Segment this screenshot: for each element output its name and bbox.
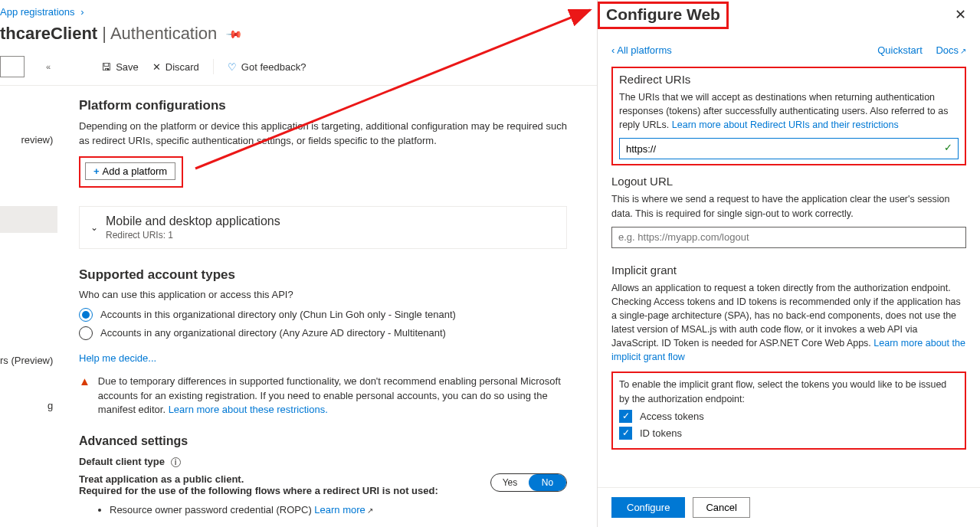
pin-icon[interactable]: 📌 <box>225 25 243 42</box>
required-note: Required for the use of the following fl… <box>79 485 438 496</box>
docs-link[interactable]: Docs↗ <box>936 44 966 56</box>
implicit-enable-note: To enable the implicit grant flow, selec… <box>619 378 959 405</box>
configure-web-panel: Configure Web ✕ ‹ All platforms Quicksta… <box>597 0 980 527</box>
advanced-settings-heading: Advanced settings <box>79 434 567 448</box>
search-input[interactable] <box>0 56 25 77</box>
implicit-tokens-highlight: To enable the implicit grant flow, selec… <box>611 372 966 449</box>
add-platform-button[interactable]: + Add a platform <box>85 162 175 180</box>
access-tokens-checkbox[interactable]: ✓ Access tokens <box>619 410 959 423</box>
info-icon[interactable]: i <box>171 457 181 467</box>
ropc-learn-more-link[interactable]: Learn more <box>314 504 365 516</box>
redirect-uris-help: The URIs that we will accept as destinat… <box>619 90 959 132</box>
id-tokens-checkbox[interactable]: ✓ ID tokens <box>619 427 959 440</box>
warning-messagebar: ▲ Due to temporary differences in suppor… <box>79 372 567 421</box>
platform-collapse-mobile-desktop[interactable]: ⌄ Mobile and desktop applications Redire… <box>79 206 567 249</box>
chevron-right-icon: › <box>80 6 84 18</box>
account-types-question: Who can use this application or access t… <box>79 289 567 300</box>
logout-url-input[interactable] <box>611 227 966 248</box>
save-button[interactable]: 🖫 Save <box>101 61 139 73</box>
toggle-yes: Yes <box>491 474 529 491</box>
implicit-help: Allows an application to request a token… <box>611 281 966 365</box>
plus-icon: + <box>93 165 100 177</box>
collapse-title: Mobile and desktop applications <box>106 214 280 228</box>
discard-icon: ✕ <box>152 61 161 73</box>
close-button[interactable]: ✕ <box>952 3 969 26</box>
redirect-uri-input[interactable] <box>619 138 959 159</box>
nav-item-authentication[interactable] <box>0 206 57 233</box>
external-link-icon: ↗ <box>367 506 373 515</box>
page-title: thcareClient | Authentication <box>0 24 217 44</box>
collapse-toggle-icon[interactable]: « <box>46 62 51 71</box>
add-platform-highlight: + Add a platform <box>79 156 183 188</box>
redirect-uris-highlight: Redirect URIs The URIs that we will acce… <box>611 67 966 165</box>
quickstart-link[interactable]: Quickstart <box>877 44 923 56</box>
breadcrumb-parent[interactable]: App registrations <box>0 6 75 18</box>
left-nav: review) rs (Preview) g <box>0 106 57 417</box>
platform-description: Depending on the platform or device this… <box>79 119 567 149</box>
nav-item-preview2[interactable]: rs (Preview) <box>0 349 57 372</box>
nav-item-g[interactable]: g <box>0 394 57 417</box>
radio-icon <box>79 308 93 322</box>
discard-button[interactable]: ✕ Discard <box>152 61 199 73</box>
heart-icon: ♡ <box>228 61 237 73</box>
radio-multi-tenant[interactable]: Accounts in any organizational directory… <box>79 326 567 340</box>
nav-item-preview[interactable]: review) <box>0 129 57 151</box>
radio-single-tenant[interactable]: Accounts in this organizational director… <box>79 308 567 322</box>
restrictions-link[interactable]: Learn more about these restrictions. <box>169 404 328 415</box>
toolbar-separator <box>213 59 214 74</box>
public-client-label: Treat application as a public client. <box>79 473 438 485</box>
warning-text: Due to temporary differences in supporte… <box>98 375 567 418</box>
warning-icon: ▲ <box>79 375 90 418</box>
feedback-button[interactable]: ♡ Got feedback? <box>228 61 306 73</box>
toggle-no: No <box>529 474 566 491</box>
redirect-learn-more-link[interactable]: Learn more about Redirect URIs and their… <box>672 119 899 130</box>
checkbox-checked-icon: ✓ <box>619 410 632 423</box>
radio-icon <box>79 326 93 340</box>
flow-ropc: Resource owner password credential (ROPC… <box>110 504 567 516</box>
app-name: thcareClient <box>0 24 97 43</box>
logout-url-label: Logout URL <box>611 175 966 188</box>
implicit-grant-label: Implicit grant <box>611 264 966 277</box>
panel-title-highlight: Configure Web <box>598 2 729 29</box>
logout-help: This is where we send a request to have … <box>611 192 966 220</box>
help-me-decide-link[interactable]: Help me decide... <box>79 352 156 364</box>
checkbox-checked-icon: ✓ <box>619 427 632 440</box>
default-client-type-label: Default client type i <box>79 456 567 467</box>
collapse-subtitle: Redirect URIs: 1 <box>106 230 280 241</box>
section-name: Authentication <box>110 24 217 43</box>
account-types-heading: Supported account types <box>79 267 567 283</box>
save-icon: 🖫 <box>101 61 111 73</box>
configure-button[interactable]: Configure <box>611 497 685 518</box>
chevron-down-icon: ⌄ <box>90 222 98 233</box>
public-client-toggle[interactable]: Yes No <box>490 473 567 492</box>
cancel-button[interactable]: Cancel <box>693 497 749 518</box>
checkmark-icon: ✓ <box>944 142 952 153</box>
panel-title: Configure Web <box>606 5 720 24</box>
platform-configurations-heading: Platform configurations <box>79 98 567 113</box>
all-platforms-link[interactable]: ‹ All platforms <box>611 44 672 56</box>
redirect-uris-label: Redirect URIs <box>619 73 959 86</box>
external-link-icon: ↗ <box>960 47 966 55</box>
